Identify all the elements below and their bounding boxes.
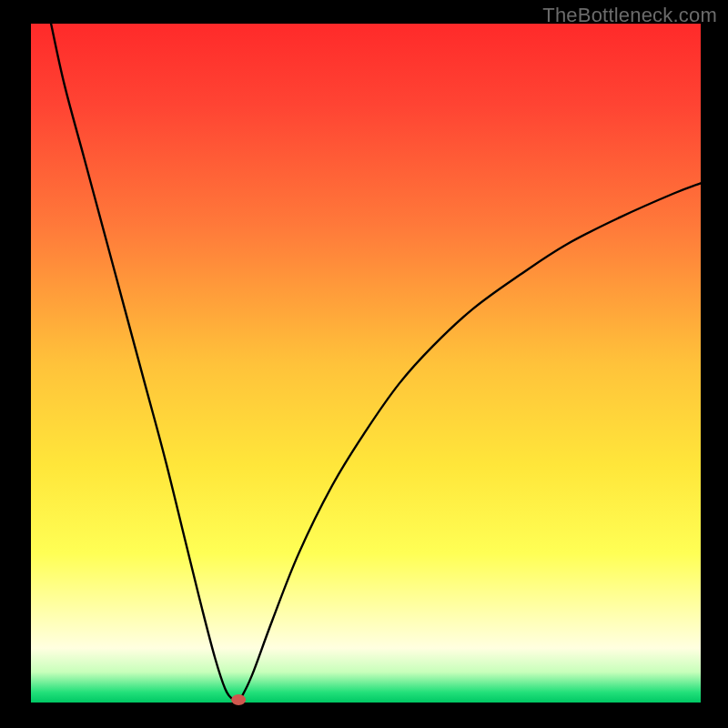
bottleneck-chart: [0, 0, 728, 728]
watermark-text: TheBottleneck.com: [542, 4, 717, 27]
optimum-marker: [231, 694, 246, 705]
plot-background: [31, 24, 701, 703]
chart-frame: TheBottleneck.com: [0, 0, 728, 728]
